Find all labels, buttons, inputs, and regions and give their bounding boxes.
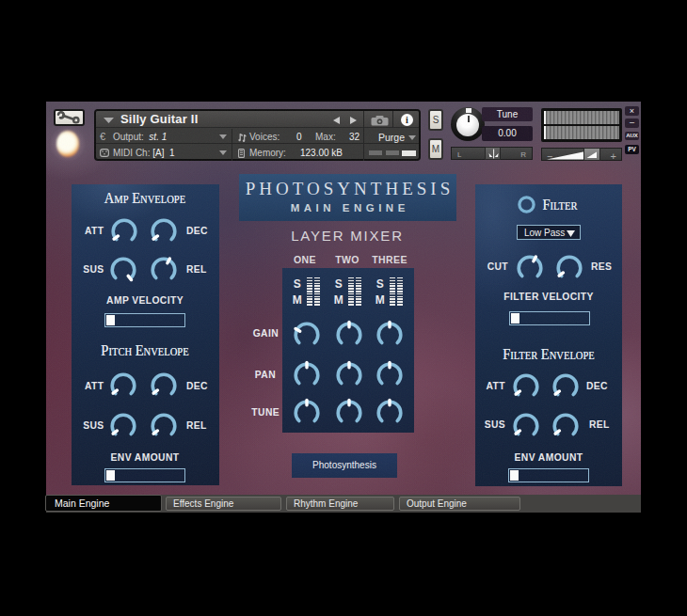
svg-text:i: i: [406, 115, 408, 125]
